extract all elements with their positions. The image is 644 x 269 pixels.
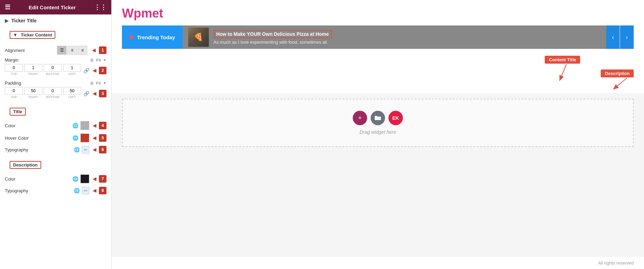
padding-bottom-input[interactable]: [44, 87, 62, 95]
padding-px-label: PX: [96, 81, 101, 85]
margin-left-field-wrap: 1 LEFT: [63, 64, 81, 76]
title-typography-row: Typography 🌐 ✏ ◄ 6: [5, 146, 106, 153]
padding-left-sublabel: LEFT: [68, 95, 76, 99]
folder-widget-btn[interactable]: [371, 111, 385, 125]
padding-row: Padding 🖥 PX ▼ TOP RIGHT: [5, 80, 106, 100]
widget-icons-group: + EK: [353, 111, 403, 125]
hover-color-globe-icon[interactable]: 🌐: [71, 134, 79, 142]
hover-color-swatch[interactable]: [80, 133, 89, 142]
arrow-right-indicator-5: ◄: [91, 134, 98, 142]
margin-top-input[interactable]: 0: [5, 64, 23, 72]
desc-typo-pencil-icon[interactable]: ✏: [82, 187, 89, 194]
ticker-label-text: Trending Today: [137, 34, 175, 40]
padding-bottom-field-wrap: BOTTOM: [44, 87, 62, 99]
margin-top-sublabel: TOP: [11, 72, 17, 76]
padding-top-sublabel: TOP: [11, 95, 17, 99]
margin-label: Margin: [5, 57, 19, 63]
grid-icon[interactable]: ⋮⋮: [94, 3, 106, 11]
hover-color-label: Hover Color: [5, 136, 29, 141]
arrow-right-indicator-2: ◄: [91, 67, 98, 74]
drag-widget-area: + EK Drag widget here: [122, 99, 634, 147]
element-icon: EK: [392, 115, 399, 121]
main-footer: All rights reserved: [112, 257, 644, 269]
margin-bottom-input[interactable]: 0: [44, 64, 62, 72]
title-typo-pencil-icon[interactable]: ✏: [82, 146, 89, 153]
chevron-down-icon: ▼: [13, 32, 18, 37]
panel-title: Edit Content Ticker: [29, 4, 76, 10]
desc-color-swatch[interactable]: [80, 174, 89, 183]
align-right-btn[interactable]: ≡: [78, 46, 87, 55]
desc-typo-globe-icon[interactable]: 🌐: [73, 187, 80, 194]
add-widget-btn[interactable]: +: [353, 111, 367, 125]
ticker-nav: ‹ ›: [606, 25, 634, 49]
desc-color-globe-icon[interactable]: 🌐: [71, 175, 79, 183]
content-title-arrow-svg: [553, 64, 580, 83]
alignment-row: Alignment ☰ ≡ ≡ ◄ 1: [5, 46, 106, 55]
margin-row: Margin 🖥 PX ▼ 0 TOP 1 RIGHT: [5, 57, 106, 77]
title-color-globe-icon[interactable]: 🌐: [71, 122, 79, 129]
desc-color-controls: 🌐: [71, 174, 89, 183]
ticker-prev-btn[interactable]: ‹: [606, 25, 620, 49]
title-color-controls: 🌐: [71, 121, 89, 130]
title-color-label: Color: [5, 123, 15, 128]
margin-screen-icon: 🖥: [90, 58, 94, 63]
margin-right-input[interactable]: 1: [24, 64, 43, 72]
align-center-btn[interactable]: ≡: [67, 46, 77, 55]
annotation-area: Content Title Description: [112, 52, 644, 93]
svg-line-1: [560, 64, 566, 81]
title-section-box: Title: [10, 108, 26, 116]
ticker-content-label: Ticker Content: [21, 32, 52, 37]
title-typo-controls: 🌐 ✏: [73, 146, 89, 153]
ticker-title-label: Ticker Title: [11, 18, 36, 23]
ticker-next-btn[interactable]: ›: [620, 25, 634, 49]
hamburger-icon[interactable]: ☰: [5, 3, 10, 11]
arrow-right-indicator-8: ◄: [91, 187, 98, 194]
padding-top-field-wrap: TOP: [5, 87, 23, 99]
margin-bottom-field-wrap: 0 BOTTOM: [44, 64, 62, 76]
arrow-right-indicator-6: ◄: [91, 146, 98, 153]
padding-screen-icon: 🖥: [90, 81, 94, 86]
margin-right-sublabel: RIGHT: [29, 72, 38, 76]
padding-right-input[interactable]: [24, 87, 43, 95]
desc-color-row: Color 🌐 ◄ 7: [5, 174, 106, 183]
padding-top-input[interactable]: [5, 87, 23, 95]
margin-right-field-wrap: 1 RIGHT: [24, 64, 43, 76]
margin-left-input[interactable]: 1: [63, 64, 81, 72]
padding-left-input[interactable]: [63, 87, 81, 95]
arrow-right-indicator-4: ◄: [91, 122, 98, 129]
title-section-label: Title: [13, 109, 22, 114]
title-color-swatch[interactable]: [80, 121, 89, 130]
ticker-content-section-box[interactable]: ▼ Ticker Content: [10, 31, 55, 39]
arrow-right-indicator-7: ◄: [91, 175, 98, 183]
ticker-content-area: 🍕 How to Make YOUR Own Delicious Pizza a…: [183, 25, 606, 49]
ticker-dot: [129, 35, 134, 39]
margin-top-field-wrap: 0 TOP: [5, 64, 23, 76]
element-widget-btn[interactable]: EK: [388, 111, 403, 125]
description-annotation: Description: [601, 56, 634, 91]
align-left-btn[interactable]: ☰: [57, 46, 67, 55]
ticker-text-wrap: How to Make YOUR Own Delicious Pizza at …: [214, 30, 601, 45]
desc-typography-row: Typography 🌐 ✏ ◄ 8: [5, 187, 106, 194]
folder-icon: [374, 115, 381, 121]
margin-px-arrow: ▼: [103, 58, 106, 62]
description-section-box: Description: [10, 161, 41, 169]
content-title-annotation: Content Title: [545, 56, 580, 83]
main-top-section: Wpmet Trending Today 🍕 How to Make YOUR …: [112, 0, 644, 52]
ticker-bar: Trending Today 🍕 How to Make YOUR Own De…: [122, 25, 634, 49]
badge-7: 7: [99, 175, 106, 183]
badge-8: 8: [99, 187, 106, 194]
alignment-group: ☰ ≡ ≡: [57, 46, 87, 55]
hover-color-row: Hover Color 🌐 ◄ 5: [5, 133, 106, 142]
desc-color-label: Color: [5, 176, 15, 182]
padding-left-field-wrap: LEFT: [63, 87, 81, 99]
desc-typography-label: Typography: [5, 188, 28, 193]
title-typo-globe-icon[interactable]: 🌐: [73, 146, 80, 153]
padding-label: Padding: [5, 80, 21, 86]
badge-3: 3: [99, 90, 106, 97]
margin-left-sublabel: LEFT: [68, 72, 76, 76]
ticker-title-row[interactable]: ▶ Ticker Title: [0, 14, 111, 27]
padding-link-icon[interactable]: 🔗: [82, 90, 90, 97]
margin-link-icon[interactable]: 🔗: [82, 67, 90, 74]
left-panel: ☰ Edit Content Ticker ⋮⋮ ▶ Ticker Title …: [0, 0, 112, 269]
footer-text: All rights reserved: [598, 260, 634, 266]
